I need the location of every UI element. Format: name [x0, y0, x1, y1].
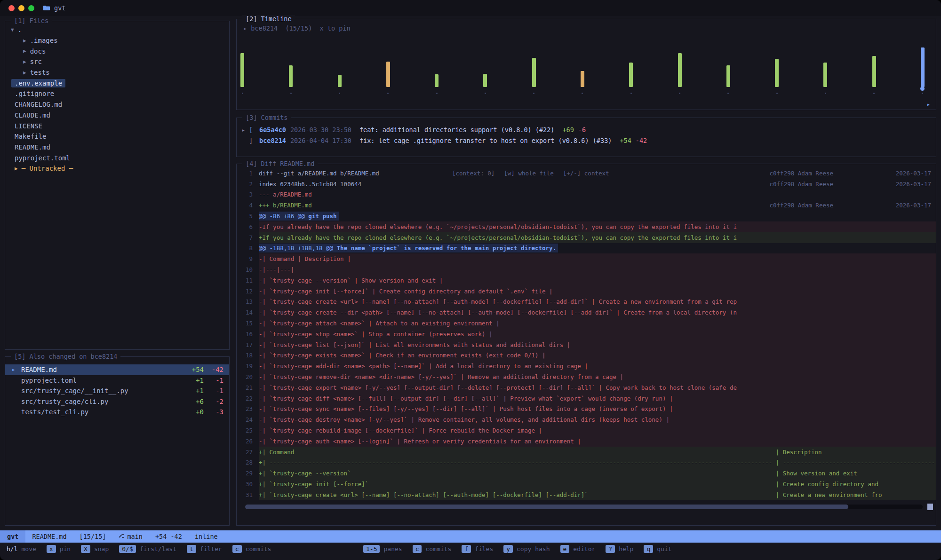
timeline-bar[interactable] — [581, 71, 584, 87]
diff-line-number: 8 — [237, 245, 253, 252]
help-key[interactable]: f — [462, 545, 471, 553]
timeline-bar[interactable] — [775, 59, 779, 87]
timeline-panel: [2] Timeline ▸ bce8214 (15/15) x to pin … — [236, 19, 936, 110]
tree-toggle-icon[interactable]: ▶ — [23, 59, 26, 65]
timeline-bar[interactable] — [629, 63, 633, 87]
diff-toggle[interactable]: [w] whole file — [504, 170, 553, 177]
diff-line: 19-| `trusty-cage add-dir <name> <path> … — [237, 361, 936, 371]
diff-toggle[interactable]: [context: 0] — [452, 170, 494, 177]
file-tree-item[interactable]: Makefile — [5, 131, 229, 142]
minimize-button[interactable] — [18, 5, 24, 11]
timeline-bar[interactable] — [435, 74, 439, 87]
diff-line: 25-| `trusty-cage rebuild-image [--docke… — [237, 425, 936, 436]
tree-toggle-icon[interactable]: ▶ — [15, 166, 18, 172]
file-tree-item[interactable]: ▶tests — [5, 67, 229, 78]
changed-file-row[interactable]: ▸README.md+54-42 — [5, 364, 229, 375]
timeline-tick — [823, 93, 827, 95]
close-button[interactable] — [8, 5, 15, 11]
changed-file-row[interactable]: src/trusty_cage/cli.py+6-2 — [5, 396, 229, 407]
diff-line-number: 21 — [237, 384, 253, 391]
timeline-bar[interactable] — [678, 53, 682, 87]
timeline-bar[interactable] — [532, 58, 536, 87]
timeline-bar[interactable] — [386, 62, 390, 87]
tick-dot — [825, 93, 826, 94]
commit-date: 2026-03-30 23:50 — [290, 126, 351, 134]
help-key-label: commits — [425, 545, 451, 552]
file-tree-item[interactable]: .gitignore — [5, 88, 229, 99]
commit-hash[interactable]: bce8214 — [259, 137, 286, 144]
horizontal-scrollbar[interactable] — [245, 505, 923, 509]
commit-hash[interactable]: 6e5a4c0 — [259, 126, 286, 134]
commit-added: +54 — [620, 137, 631, 144]
file-tree-item[interactable]: ▶src — [5, 56, 229, 67]
diff-line-number: 19 — [237, 363, 253, 370]
timeline-bar[interactable] — [726, 65, 730, 87]
help-key[interactable]: y — [503, 545, 513, 553]
hunk-header: @@ -188,18 +188,18 @@ The name `project`… — [259, 244, 558, 252]
file-tree-item[interactable]: ▼. — [5, 24, 229, 35]
scrollbar-corner — [927, 504, 933, 510]
file-tree-item[interactable]: CLAUDE.md — [5, 110, 229, 121]
diff-line-content: -| `trusty-cage sync <name> [--files] [-… — [259, 404, 936, 415]
help-key-label: pin — [60, 545, 71, 552]
tree-toggle-icon[interactable]: ▶ — [23, 48, 26, 54]
changed-file-row[interactable]: src/trusty_cage/__init__.py+1-1 — [5, 386, 229, 396]
diff-toggle[interactable]: [+/-] context — [563, 170, 609, 177]
timeline-next-icon[interactable]: ▸ — [927, 101, 930, 108]
status-bar: gvtREADME.md[15/15]main+54 -42inline — [0, 530, 941, 543]
file-tree-item[interactable]: CHANGELOG.md — [5, 99, 229, 110]
help-key-label: editor — [573, 545, 595, 552]
commit-row[interactable]: ]bce82142026-04-04 17:30fix: let cage .g… — [241, 135, 936, 146]
timeline-bar[interactable] — [823, 63, 827, 87]
help-key[interactable]: q — [644, 545, 653, 553]
file-tree-item[interactable]: .env.example — [5, 78, 229, 88]
blame-author: c0ff298 Adam Reese — [770, 181, 833, 188]
file-tree-item[interactable]: LICENSE — [5, 120, 229, 131]
diff-line-number: 4 — [237, 202, 253, 209]
tree-toggle-icon[interactable]: ▶ — [23, 70, 26, 76]
zoom-button[interactable] — [28, 5, 34, 11]
help-key[interactable]: c — [413, 545, 422, 553]
file-name: ─ Untracked ─ — [22, 165, 73, 172]
file-tree-item[interactable]: pyproject.toml — [5, 152, 229, 163]
tick-dot — [339, 93, 340, 94]
diff-line-number: 24 — [237, 416, 253, 423]
file-tree-item[interactable]: ▶─ Untracked ─ — [5, 163, 229, 174]
diff-line-text: +| `trusty-cage init [--force]` | Create… — [259, 481, 878, 488]
timeline-bar[interactable] — [338, 75, 342, 87]
commit-row[interactable]: ▸ [6e5a4c02026-03-30 23:50feat: addition… — [241, 124, 936, 135]
changed-file-name: src/trusty_cage/cli.py — [21, 398, 108, 405]
help-key[interactable]: h/l — [7, 545, 17, 553]
tick-dot — [679, 93, 680, 94]
diff-line-number: 2 — [237, 181, 253, 188]
scrollbar-thumb[interactable] — [245, 505, 848, 509]
help-key[interactable]: X — [81, 545, 90, 553]
diff-line-content: +| -------------------------------------… — [259, 457, 936, 468]
timeline-bar[interactable] — [289, 65, 293, 87]
help-key[interactable]: ? — [606, 545, 615, 553]
file-tree-item[interactable]: README.md — [5, 142, 229, 153]
help-key[interactable]: 0/$ — [119, 545, 136, 553]
help-key[interactable]: x — [47, 545, 56, 553]
timeline-tick — [435, 93, 439, 95]
tree-toggle-icon[interactable]: ▶ — [23, 38, 26, 44]
tree-toggle-icon[interactable]: ▼ — [11, 27, 14, 33]
help-key[interactable]: e — [560, 545, 570, 553]
file-name: .images — [30, 37, 58, 44]
status-view-mode: inline — [195, 533, 218, 540]
help-key[interactable]: c — [232, 545, 242, 553]
diff-line: 21-| `trusty-cage export <name> [-y/--ye… — [237, 382, 936, 393]
timeline-bar[interactable] — [240, 53, 244, 87]
file-tree-item[interactable]: ▶.images — [5, 35, 229, 46]
removed-count: -2 — [204, 398, 223, 405]
timeline-bar[interactable] — [872, 56, 876, 87]
help-key[interactable]: t — [187, 545, 196, 553]
file-tree-item[interactable]: ▶docs — [5, 46, 229, 56]
timeline-bar[interactable] — [483, 74, 487, 87]
commits-panel-title: [3] Commits — [242, 114, 291, 121]
help-key[interactable]: 1-5 — [363, 545, 380, 553]
timeline-bar[interactable] — [921, 47, 925, 87]
changed-file-row[interactable]: pyproject.toml+1-1 — [5, 375, 229, 386]
help-keybinding: ccommits — [232, 545, 271, 553]
changed-file-row[interactable]: tests/test_cli.py+0-3 — [5, 407, 229, 418]
